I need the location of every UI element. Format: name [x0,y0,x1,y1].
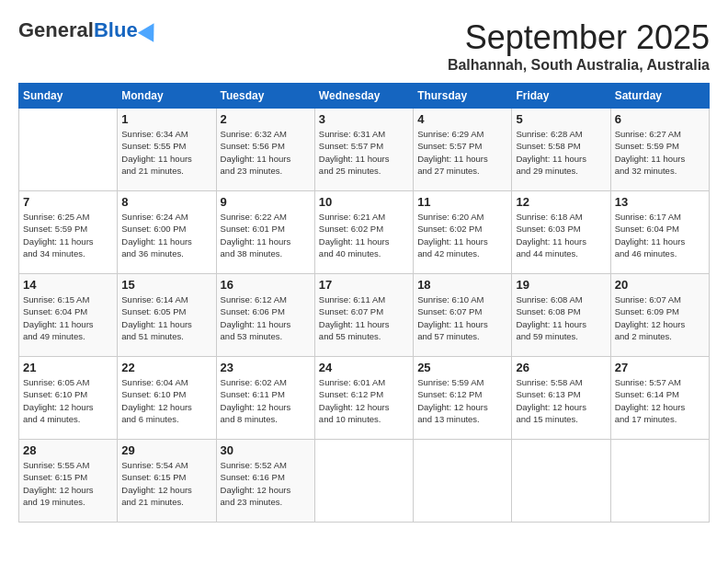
day-number: 19 [516,278,606,292]
day-info: Sunrise: 6:34 AMSunset: 5:55 PMDaylight:… [121,128,211,177]
calendar-week-row: 21Sunrise: 6:05 AMSunset: 6:10 PMDayligh… [19,357,710,440]
day-info: Sunrise: 5:55 AMSunset: 6:15 PMDaylight:… [23,459,113,508]
day-number: 13 [615,195,705,209]
calendar-cell: 12Sunrise: 6:18 AMSunset: 6:03 PMDayligh… [512,191,610,274]
weekday-header-cell: Monday [118,84,216,109]
calendar-cell: 18Sunrise: 6:10 AMSunset: 6:07 PMDayligh… [414,274,512,357]
day-number: 10 [319,195,409,209]
day-number: 6 [615,112,705,126]
calendar-cell: 22Sunrise: 6:04 AMSunset: 6:10 PMDayligh… [118,357,216,440]
day-number: 22 [121,361,211,374]
calendar-cell: 25Sunrise: 5:59 AMSunset: 6:12 PMDayligh… [414,357,512,440]
day-info: Sunrise: 5:52 AMSunset: 6:16 PMDaylight:… [221,459,311,508]
calendar-cell: 19Sunrise: 6:08 AMSunset: 6:08 PMDayligh… [512,274,610,357]
calendar-week-row: 7Sunrise: 6:25 AMSunset: 5:59 PMDaylight… [19,191,710,274]
calendar-cell: 9Sunrise: 6:22 AMSunset: 6:01 PMDaylight… [216,191,314,274]
weekday-header-cell: Tuesday [216,84,314,109]
day-info: Sunrise: 6:20 AMSunset: 6:02 PMDaylight:… [417,211,507,259]
calendar-cell: 21Sunrise: 6:05 AMSunset: 6:10 PMDayligh… [19,357,118,440]
calendar-cell: 4Sunrise: 6:29 AMSunset: 5:57 PMDaylight… [414,109,512,191]
calendar-cell: 29Sunrise: 5:54 AMSunset: 6:15 PMDayligh… [118,440,216,523]
calendar-cell: 2Sunrise: 6:32 AMSunset: 5:56 PMDaylight… [216,109,314,191]
title-block: September 2025 Balhannah, South Australi… [448,18,710,74]
logo-triangle-icon [137,18,161,42]
calendar-table: SundayMondayTuesdayWednesdayThursdayFrid… [18,83,710,523]
calendar-cell: 7Sunrise: 6:25 AMSunset: 5:59 PMDaylight… [19,191,118,274]
page-header: GeneralBlue September 2025 Balhannah, So… [18,18,710,74]
day-info: Sunrise: 6:17 AMSunset: 6:04 PMDaylight:… [615,211,705,259]
day-number: 20 [615,278,705,292]
day-info: Sunrise: 6:21 AMSunset: 6:02 PMDaylight:… [319,211,409,259]
day-number: 1 [121,112,211,126]
day-number: 30 [221,443,311,457]
day-number: 2 [221,112,311,126]
day-number: 16 [221,278,311,292]
day-info: Sunrise: 6:18 AMSunset: 6:03 PMDaylight:… [516,211,606,259]
day-number: 29 [121,443,211,457]
calendar-cell: 13Sunrise: 6:17 AMSunset: 6:04 PMDayligh… [610,191,709,274]
day-number: 8 [121,195,211,209]
day-number: 14 [23,278,113,292]
day-info: Sunrise: 5:58 AMSunset: 6:13 PMDaylight:… [516,376,606,425]
day-info: Sunrise: 6:02 AMSunset: 6:11 PMDaylight:… [221,376,311,425]
day-info: Sunrise: 6:29 AMSunset: 5:57 PMDaylight:… [417,128,507,177]
calendar-cell [314,440,413,523]
calendar-cell: 23Sunrise: 6:02 AMSunset: 6:11 PMDayligh… [216,357,314,440]
calendar-cell: 28Sunrise: 5:55 AMSunset: 6:15 PMDayligh… [19,440,118,523]
day-number: 21 [23,361,113,374]
day-number: 24 [319,361,409,374]
calendar-cell: 10Sunrise: 6:21 AMSunset: 6:02 PMDayligh… [314,191,413,274]
calendar-cell: 16Sunrise: 6:12 AMSunset: 6:06 PMDayligh… [216,274,314,357]
day-number: 3 [319,112,409,126]
calendar-cell [512,440,610,523]
calendar-cell: 11Sunrise: 6:20 AMSunset: 6:02 PMDayligh… [414,191,512,274]
day-info: Sunrise: 5:59 AMSunset: 6:12 PMDaylight:… [417,376,507,425]
location-text: Balhannah, South Australia, Australia [448,57,710,74]
calendar-cell: 27Sunrise: 5:57 AMSunset: 6:14 PMDayligh… [610,357,709,440]
weekday-header-cell: Thursday [414,84,512,109]
day-info: Sunrise: 6:15 AMSunset: 6:04 PMDaylight:… [23,293,113,342]
day-info: Sunrise: 6:12 AMSunset: 6:06 PMDaylight:… [221,293,311,342]
day-info: Sunrise: 6:28 AMSunset: 5:58 PMDaylight:… [516,128,606,177]
day-number: 17 [319,278,409,292]
weekday-header-cell: Friday [512,84,610,109]
calendar-cell: 3Sunrise: 6:31 AMSunset: 5:57 PMDaylight… [314,109,413,191]
day-number: 27 [615,361,705,374]
calendar-cell: 20Sunrise: 6:07 AMSunset: 6:09 PMDayligh… [610,274,709,357]
weekday-header-cell: Wednesday [314,84,413,109]
calendar-cell: 8Sunrise: 6:24 AMSunset: 6:00 PMDaylight… [118,191,216,274]
calendar-cell: 26Sunrise: 5:58 AMSunset: 6:13 PMDayligh… [512,357,610,440]
weekday-header-cell: Saturday [610,84,709,109]
day-info: Sunrise: 5:54 AMSunset: 6:15 PMDaylight:… [121,459,211,508]
day-number: 5 [516,112,606,126]
day-info: Sunrise: 6:25 AMSunset: 5:59 PMDaylight:… [23,211,113,259]
day-info: Sunrise: 6:08 AMSunset: 6:08 PMDaylight:… [516,293,606,342]
day-number: 4 [417,112,507,126]
day-info: Sunrise: 6:27 AMSunset: 5:59 PMDaylight:… [615,128,705,177]
day-number: 23 [221,361,311,374]
day-number: 9 [221,195,311,209]
calendar-cell: 24Sunrise: 6:01 AMSunset: 6:12 PMDayligh… [314,357,413,440]
calendar-cell: 6Sunrise: 6:27 AMSunset: 5:59 PMDaylight… [610,109,709,191]
calendar-cell: 30Sunrise: 5:52 AMSunset: 6:16 PMDayligh… [216,440,314,523]
logo-general-text: General [18,18,94,42]
calendar-week-row: 14Sunrise: 6:15 AMSunset: 6:04 PMDayligh… [19,274,710,357]
calendar-cell: 14Sunrise: 6:15 AMSunset: 6:04 PMDayligh… [19,274,118,357]
day-info: Sunrise: 6:05 AMSunset: 6:10 PMDaylight:… [23,376,113,425]
calendar-cell [19,109,118,191]
calendar-week-row: 28Sunrise: 5:55 AMSunset: 6:15 PMDayligh… [19,440,710,523]
day-number: 26 [516,361,606,374]
day-number: 11 [417,195,507,209]
day-number: 18 [417,278,507,292]
day-info: Sunrise: 6:22 AMSunset: 6:01 PMDaylight:… [221,211,311,259]
day-info: Sunrise: 6:07 AMSunset: 6:09 PMDaylight:… [615,293,705,342]
day-info: Sunrise: 5:57 AMSunset: 6:14 PMDaylight:… [615,376,705,425]
month-title: September 2025 [448,18,710,57]
day-info: Sunrise: 6:14 AMSunset: 6:05 PMDaylight:… [121,293,211,342]
calendar-week-row: 1Sunrise: 6:34 AMSunset: 5:55 PMDaylight… [19,109,710,191]
day-info: Sunrise: 6:24 AMSunset: 6:00 PMDaylight:… [121,211,211,259]
calendar-body: 1Sunrise: 6:34 AMSunset: 5:55 PMDaylight… [19,109,710,523]
day-number: 12 [516,195,606,209]
calendar-cell: 5Sunrise: 6:28 AMSunset: 5:58 PMDaylight… [512,109,610,191]
calendar-cell: 15Sunrise: 6:14 AMSunset: 6:05 PMDayligh… [118,274,216,357]
